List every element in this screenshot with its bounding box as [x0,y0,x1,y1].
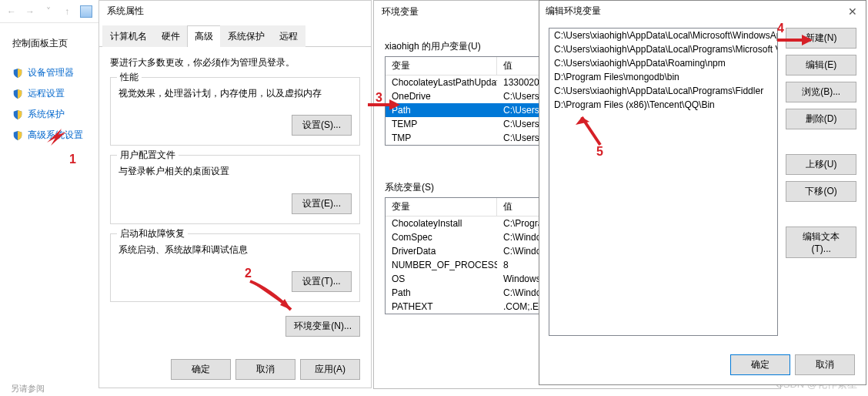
cell-var: Path [386,286,497,300]
tabs: 计算机名硬件高级系统保护远程 [99,25,371,47]
group-title: 用户配置文件 [117,149,179,162]
dialog-title: 编辑环境变量 [546,5,601,18]
cell-var: Path [386,103,497,117]
new-path-button[interactable]: 新建(N) [786,28,856,49]
ok-button[interactable]: 确定 [171,359,231,380]
profiles-group: 用户配置文件 与登录帐户相关的桌面设置 设置(E)... [110,155,360,223]
group-desc: 与登录帐户相关的桌面设置 [119,163,352,179]
move-up-button[interactable]: 上移(U) [786,154,856,175]
list-item[interactable]: C:\Users\xiaohigh\AppData\Local\Programs… [549,84,777,98]
tab[interactable]: 远程 [272,25,305,47]
col-var[interactable]: 变量 [386,57,497,75]
perf-settings-button[interactable]: 设置(S)... [292,115,352,136]
annotation-number: 1 [69,153,76,166]
startup-settings-button[interactable]: 设置(T)... [292,271,352,292]
ok-button[interactable]: 确定 [730,354,790,375]
tab[interactable]: 硬件 [154,25,188,47]
cell-var: ComSpec [386,230,497,244]
sidebar-link[interactable]: 设备管理器 [8,62,92,83]
sidebar-link-label: 高级系统设置 [28,129,83,142]
env-vars-button[interactable]: 环境变量(N)... [285,316,360,337]
browse-button[interactable]: 浏览(B)... [786,82,856,102]
cell-var: ChocolateyInstall [386,216,497,230]
cell-var: DriverData [386,244,497,258]
see-also-label: 另请参阅 [11,383,45,394]
col-var[interactable]: 变量 [386,198,497,216]
cell-var: TEMP [386,117,497,131]
performance-group: 性能 视觉效果，处理器计划，内存使用，以及虚拟内存 设置(S)... [110,77,360,146]
tab[interactable]: 系统保护 [220,25,272,47]
list-item[interactable]: C:\Users\xiaohigh\AppData\Roaming\npm [549,56,777,70]
close-icon[interactable]: ✕ [846,5,860,18]
monitor-icon [80,5,92,18]
sidebar-link[interactable]: 高级系统设置 [8,125,92,146]
cell-var: TMP [386,131,497,145]
sidebar: 控制面板主页 设备管理器远程设置系统保护高级系统设置 [0,23,92,396]
startup-group: 启动和故障恢复 系统启动、系统故障和调试信息 设置(T)... [110,233,360,302]
profiles-settings-button[interactable]: 设置(E)... [292,193,352,214]
cell-var: OneDrive [386,89,497,103]
delete-path-button[interactable]: 删除(D) [786,109,856,129]
sidebar-link-label: 设备管理器 [28,66,74,79]
cancel-button[interactable]: 取消 [235,359,295,380]
sidebar-link-label: 远程设置 [28,87,65,100]
list-item[interactable]: D:\Program Files\mongodb\bin [549,70,777,84]
cell-var: OS [386,272,497,286]
group-desc: 视觉效果，处理器计划，内存使用，以及虚拟内存 [119,86,352,101]
list-item[interactable]: C:\Users\xiaohigh\AppData\Local\Programs… [549,42,777,56]
apply-button[interactable]: 应用(A) [300,359,360,380]
group-title: 启动和故障恢复 [117,227,188,240]
annotation-number: 3 [376,91,382,105]
tab[interactable]: 计算机名 [102,25,155,47]
path-list[interactable]: C:\Users\xiaohigh\AppData\Local\Microsof… [549,28,778,336]
annotation-number: 5 [596,145,603,159]
admin-info-text: 要进行大多数更改，你必须作为管理员登录。 [110,56,360,69]
up-icon[interactable]: ↑ [62,6,72,17]
cell-var: NUMBER_OF_PROCESSORS [386,258,497,272]
dialog-title: 系统属性 [99,1,371,22]
list-item[interactable]: C:\Users\xiaohigh\AppData\Local\Microsof… [549,29,777,42]
cell-var: PATHEXT [386,300,497,314]
sidebar-link[interactable]: 系统保护 [8,104,92,125]
cell-var: ChocolateyLastPathUpdate [386,76,497,89]
cp-home-link[interactable]: 控制面板主页 [8,37,92,50]
back-icon[interactable]: ← [6,6,17,17]
forward-icon[interactable]: → [25,6,35,17]
annotation-number: 4 [777,22,784,35]
group-title: 性能 [117,71,142,84]
annotation-number: 2 [245,267,252,280]
sidebar-link-label: 系统保护 [28,108,65,121]
list-item[interactable]: D:\Program Files (x86)\Tencent\QQ\Bin [549,98,777,112]
edit-path-button[interactable]: 编辑(E) [786,55,856,76]
cancel-button[interactable]: 取消 [795,354,855,375]
system-properties-dialog: 系统属性 计算机名硬件高级系统保护远程 要进行大多数更改，你必须作为管理员登录。… [98,0,372,388]
edit-env-dialog: 编辑环境变量 ✕ C:\Users\xiaohigh\AppData\Local… [539,0,866,385]
tab[interactable]: 高级 [187,25,221,47]
chevron-down-icon[interactable]: ˅ [43,6,54,17]
sidebar-link[interactable]: 远程设置 [8,83,92,104]
move-down-button[interactable]: 下移(O) [786,181,856,202]
edit-text-button[interactable]: 编辑文本(T)... [786,227,856,258]
group-desc: 系统启动、系统故障和调试信息 [119,242,352,257]
